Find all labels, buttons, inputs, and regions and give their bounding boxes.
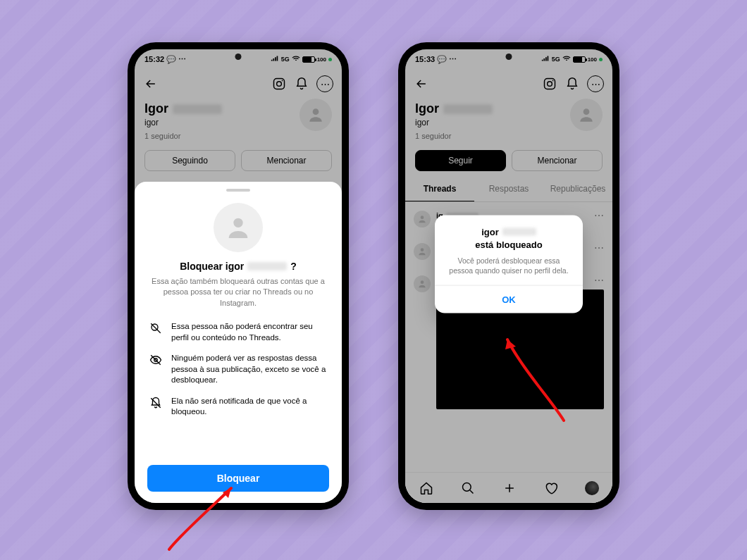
sheet-info-item: Ninguém poderá ver as respostas dessa pe… <box>149 353 328 386</box>
phone-mock-right: 15:33 💬 ⋯ 5G 100 <box>398 42 619 510</box>
sheet-info-item: Ela não será notificada de que você a bl… <box>149 396 328 418</box>
sheet-subtitle: Essa ação também bloqueará outras contas… <box>152 276 325 309</box>
blocked-confirmation-dialog: igor está bloqueado Você poderá desbloqu… <box>435 216 583 313</box>
alert-title: igor está bloqueado <box>435 216 583 251</box>
blurred-name <box>502 228 536 236</box>
blurred-name <box>247 262 287 270</box>
sheet-avatar <box>214 203 263 252</box>
block-button[interactable]: Bloquear <box>147 465 329 492</box>
eye-off-icon <box>149 353 163 366</box>
camera-notch <box>506 54 512 60</box>
sheet-title: Bloquear igor ? <box>147 261 329 272</box>
alert-ok-button[interactable]: OK <box>435 285 583 313</box>
svg-point-4 <box>233 218 242 228</box>
phone-mock-left: 15:32 💬 ⋯ 5G 100 <box>128 42 349 510</box>
sheet-info-item: Essa pessoa não poderá encontrar seu per… <box>149 321 328 343</box>
block-bottom-sheet: Bloquear igor ? Essa ação também bloquea… <box>135 182 342 503</box>
bell-off-icon <box>149 396 163 409</box>
camera-notch <box>235 54 242 60</box>
search-off-icon <box>149 321 163 335</box>
alert-message: Você poderá desbloquear essa pessoa quan… <box>435 251 583 285</box>
sheet-grabber[interactable] <box>226 189 250 192</box>
